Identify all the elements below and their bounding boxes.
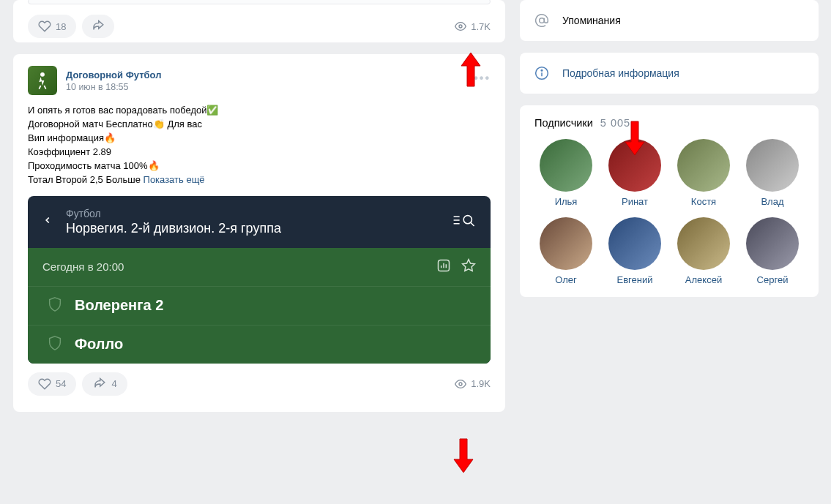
sub-name: Олег: [555, 274, 577, 285]
back-icon[interactable]: [42, 212, 53, 231]
like-count: 18: [56, 21, 66, 32]
svg-point-13: [540, 18, 545, 23]
subs-header[interactable]: Подписчики 5 005: [534, 117, 804, 129]
subscriber[interactable]: Олег: [534, 217, 597, 285]
match-sport: Футбол: [66, 208, 439, 219]
sub-name: Алексей: [685, 274, 722, 285]
eye-icon: [455, 20, 466, 32]
sub-name: Костя: [691, 196, 716, 207]
post-actions: 54 4 1.9K: [28, 364, 491, 400]
match-title: Футбол Норвегия. 2-й дивизион. 2-я групп…: [66, 208, 439, 236]
match-preview: Halvorsen S. 0 - 3: [28, 0, 491, 4]
avatar: [540, 217, 592, 270]
group-avatar[interactable]: [28, 66, 57, 95]
match-card[interactable]: Футбол Норвегия. 2-й дивизион. 2-я групп…: [28, 196, 491, 364]
subscriber[interactable]: Влад: [741, 139, 804, 207]
post-card: Договорной Футбол 10 июн в 18:55 ••• И о…: [13, 54, 505, 412]
subscriber[interactable]: Алексей: [672, 217, 735, 285]
like-button[interactable]: 18: [28, 15, 76, 38]
more-button[interactable]: •••: [474, 72, 491, 85]
match-header: Футбол Норвегия. 2-й дивизион. 2-я групп…: [28, 196, 491, 248]
heart-icon: [38, 20, 51, 33]
like-button[interactable]: 54: [28, 372, 76, 396]
svg-point-1: [40, 72, 45, 77]
stats-icon[interactable]: [436, 258, 451, 276]
avatar: [540, 139, 592, 192]
post-text: И опять я готов вас порадовать победой✅ …: [28, 104, 491, 187]
sub-name: Евгений: [617, 274, 653, 285]
sub-name: Илья: [555, 196, 578, 207]
team-row[interactable]: Фолло: [28, 325, 491, 364]
avatar: [608, 139, 661, 192]
views-count: 1.9K: [471, 378, 491, 389]
share-icon: [92, 377, 107, 391]
match-time: Сегодня в 20:00: [42, 260, 426, 273]
mentions-card[interactable]: Упоминания: [520, 0, 819, 41]
show-more[interactable]: Показать ещё: [144, 174, 205, 185]
heart-icon: [38, 377, 51, 391]
svg-marker-11: [463, 259, 475, 271]
post-card: Halvorsen S. 0 - 3 18 1.7K: [13, 0, 505, 42]
share-count: 4: [111, 378, 116, 389]
subscriber[interactable]: Евгений: [603, 217, 666, 285]
search-icon[interactable]: [452, 211, 476, 232]
views-count: 1.7K: [471, 21, 491, 32]
team-row[interactable]: Волеренга 2: [28, 286, 491, 325]
avatar: [608, 217, 661, 270]
annotation-arrow: [452, 437, 474, 473]
shield-icon: [47, 334, 63, 355]
share-button[interactable]: [82, 15, 114, 38]
shield-icon: [47, 296, 63, 316]
mentions-label: Упоминания: [562, 15, 621, 26]
post-header: Договорной Футбол 10 июн в 18:55 •••: [28, 66, 491, 95]
post-actions: 18 1.7K: [13, 6, 505, 42]
preview-score: Halvorsen S. 0 - 3: [285, 0, 358, 2]
eye-icon: [455, 378, 466, 390]
post-author[interactable]: Договорной Футбол: [66, 69, 161, 80]
svg-point-12: [459, 383, 462, 385]
sub-name: Влад: [761, 196, 783, 207]
subscriber[interactable]: Сергей: [741, 217, 804, 285]
team-name: Волеренга 2: [75, 297, 163, 314]
match-league: Норвегия. 2-й дивизион. 2-я группа: [66, 221, 439, 236]
team-name: Фолло: [75, 336, 123, 353]
sub-name: Ринат: [622, 196, 648, 207]
svg-point-0: [459, 25, 462, 28]
subs-grid: Илья Ринат Костя Влад Олег Евгений Алекс…: [534, 139, 804, 285]
match-body: Сегодня в 20:00 Волеренга 2: [28, 248, 491, 364]
svg-point-16: [541, 69, 543, 71]
subs-title: Подписчики: [534, 117, 593, 129]
post-time[interactable]: 10 июн в 18:55: [66, 82, 161, 92]
share-button[interactable]: 4: [82, 372, 127, 396]
subscriber[interactable]: Ринат: [603, 139, 666, 207]
details-link[interactable]: Подробная информация: [562, 67, 679, 79]
share-icon: [91, 20, 105, 33]
svg-marker-19: [454, 439, 473, 473]
views: 1.9K: [455, 378, 491, 390]
subscriber[interactable]: Костя: [672, 139, 735, 207]
sub-name: Сергей: [757, 274, 789, 285]
svg-line-6: [471, 223, 474, 227]
views: 1.7K: [455, 20, 491, 32]
match-time-row: Сегодня в 20:00: [28, 248, 491, 286]
info-icon: [534, 66, 549, 80]
at-icon: [534, 13, 549, 28]
subs-count: 5 005: [600, 117, 630, 129]
like-count: 54: [56, 378, 66, 389]
avatar: [746, 139, 799, 192]
avatar: [677, 217, 730, 270]
star-icon[interactable]: [461, 258, 476, 276]
details-card[interactable]: Подробная информация: [520, 53, 819, 94]
avatar: [746, 217, 799, 270]
subscribers-card: Подписчики 5 005 Илья Ринат Костя Влад О…: [520, 105, 819, 297]
subscriber[interactable]: Илья: [534, 139, 597, 207]
post-meta: Договорной Футбол 10 июн в 18:55: [66, 69, 161, 92]
svg-point-5: [463, 216, 472, 224]
avatar: [677, 139, 730, 192]
